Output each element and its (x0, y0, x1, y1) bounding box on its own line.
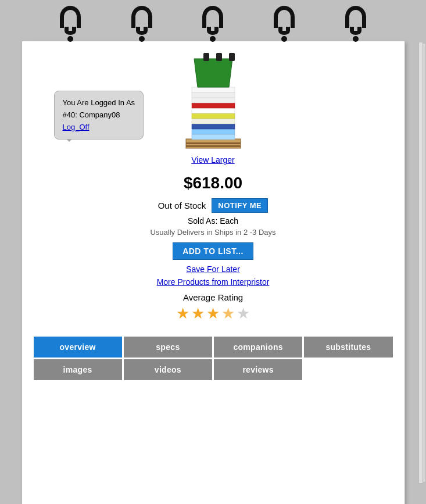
star-2: ★ (191, 305, 205, 323)
svg-rect-2 (186, 145, 241, 147)
spiral-binding (0, 0, 426, 42)
svg-rect-9 (192, 103, 235, 108)
tab-specs[interactable]: specs (124, 337, 212, 358)
svg-rect-6 (192, 119, 235, 124)
notify-me-button[interactable]: NOTIFY ME (212, 198, 268, 213)
star-4: ★ (221, 305, 235, 323)
out-of-stock-label: Out of Stock (158, 201, 206, 210)
tab-empty (304, 359, 392, 380)
spiral-bottom-3 (207, 27, 219, 35)
spiral-top-3 (202, 6, 223, 28)
login-line1: You Are Logged In As (63, 98, 135, 107)
spiral-1 (60, 6, 81, 42)
more-products-link[interactable]: More Products from Interpristor (157, 277, 270, 287)
tab-substitutes[interactable]: substitutes (304, 337, 392, 358)
save-for-later-link[interactable]: Save For Later (186, 264, 240, 274)
spiral-top-1 (60, 6, 81, 28)
svg-rect-15 (216, 53, 222, 61)
sold-as-label: Sold As: (188, 216, 217, 226)
svg-rect-5 (192, 124, 235, 129)
spiral-bottom-2 (136, 27, 148, 35)
svg-rect-10 (192, 98, 235, 103)
spiral-dot-3 (210, 36, 216, 42)
product-image (181, 53, 245, 152)
spiral-dot-2 (139, 36, 145, 42)
star-1: ★ (176, 305, 189, 323)
log-off-link[interactable]: Log_Off (63, 121, 135, 134)
tab-reviews[interactable]: reviews (214, 359, 302, 380)
svg-rect-3 (192, 134, 235, 140)
spiral-dot-5 (353, 36, 359, 42)
spiral-4 (274, 6, 295, 42)
svg-rect-14 (203, 53, 209, 61)
sold-as-row: Sold As: Each (188, 216, 238, 226)
spiral-top-5 (345, 6, 366, 28)
page-stack-1 (418, 42, 423, 484)
product-image-area: View Larger (181, 53, 245, 165)
tab-images[interactable]: images (34, 359, 122, 380)
spiral-dot-4 (281, 36, 287, 42)
svg-rect-1 (186, 142, 241, 144)
svg-rect-7 (192, 113, 235, 119)
tab-overview[interactable]: overview (34, 337, 122, 358)
star-3: ★ (206, 305, 220, 323)
average-rating-label: Average Rating (183, 292, 243, 302)
product-price: $618.00 (184, 174, 242, 192)
delivery-text: Usually Delivers in Ships in 2 -3 Days (150, 228, 275, 237)
tab-videos[interactable]: videos (124, 359, 212, 380)
svg-rect-8 (192, 108, 235, 113)
spiral-bottom-1 (65, 27, 76, 35)
sold-as-value: Each (220, 216, 238, 226)
spiral-bottom-4 (278, 27, 290, 35)
tab-companions[interactable]: companions (214, 337, 302, 358)
spiral-5 (345, 6, 366, 42)
tabs-container: overview specs companions substitutes im… (34, 337, 393, 380)
stars-container: ★ ★ ★ ★ ★ (176, 305, 250, 323)
svg-rect-11 (192, 92, 235, 98)
notebook-page: You Are Logged In As #40: Company08 Log_… (22, 41, 405, 504)
spiral-dot-1 (67, 36, 73, 42)
add-to-list-button[interactable]: ADD TO LIST... (173, 242, 253, 260)
svg-rect-12 (192, 87, 235, 92)
login-line2: #40: Company08 (63, 110, 120, 119)
star-5: ★ (237, 305, 250, 323)
spiral-3 (202, 6, 223, 42)
stock-row: Out of Stock NOTIFY ME (158, 198, 269, 213)
svg-rect-4 (192, 129, 235, 134)
svg-rect-16 (229, 53, 235, 61)
login-tooltip: You Are Logged In As #40: Company08 Log_… (54, 91, 144, 140)
spiral-top-4 (274, 6, 295, 28)
svg-marker-13 (194, 59, 232, 87)
spiral-2 (131, 6, 152, 42)
view-larger-link[interactable]: View Larger (191, 155, 234, 165)
spiral-top-2 (131, 6, 152, 28)
spiral-bottom-5 (350, 27, 361, 35)
